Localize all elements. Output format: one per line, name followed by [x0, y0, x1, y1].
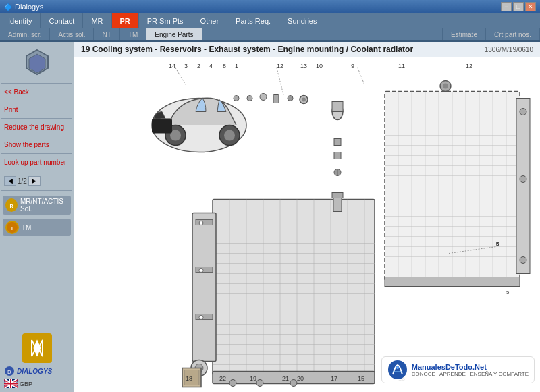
svg-text:18: 18 [186, 375, 192, 382]
svg-text:10: 10 [316, 63, 323, 69]
svg-point-84 [230, 380, 236, 387]
title-bar: 🔷 Dialogys − □ ✕ [0, 0, 540, 13]
drawing-title: 19 Cooling system - Reservoirs - Exhaust… [81, 45, 413, 54]
tab2-nt[interactable]: NT [94, 28, 119, 40]
drawing-area: 19 Cooling system - Reservoirs - Exhaust… [74, 42, 540, 392]
separator6 [1, 171, 72, 171]
tab-contact[interactable]: Contact [40, 13, 83, 28]
module-tm-label: TM [22, 224, 31, 231]
app-icon: 🔷 [4, 3, 12, 11]
svg-text:17: 17 [331, 375, 338, 382]
svg-text:21: 21 [282, 375, 289, 382]
svg-text:21: 21 [230, 387, 236, 389]
maximize-button[interactable]: □ [513, 2, 524, 11]
svg-rect-44 [213, 200, 375, 375]
separator1 [1, 83, 72, 84]
svg-point-75 [199, 269, 203, 273]
watermark-tagline: CONOCE · APRENDE · ENSEÑA Y COMPARTE [412, 371, 529, 377]
module-mr-actis[interactable]: R MR/NT/ACTIS Sol. [3, 196, 71, 215]
minimize-button[interactable]: − [501, 2, 512, 11]
technical-drawing: 14 3 2 4 8 1 12 13 10 9 11 12 [74, 57, 540, 389]
module-mr-label: MR/NT/ACTIS Sol. [20, 198, 68, 213]
svg-text:5: 5 [496, 241, 500, 247]
lookup-part-link[interactable]: Look up part number [1, 157, 72, 167]
tab2-admin[interactable]: Admin. scr. [0, 28, 50, 40]
svg-rect-130 [334, 139, 341, 146]
svg-rect-139 [273, 95, 279, 103]
tab2-estimate[interactable]: Estimate [443, 28, 486, 40]
svg-point-142 [302, 98, 306, 102]
reduce-drawing-link[interactable]: Reduce the drawing [1, 122, 72, 132]
svg-text:D: D [7, 369, 11, 375]
svg-point-121 [520, 109, 526, 115]
svg-text:9: 9 [351, 63, 354, 69]
tab-identity[interactable]: Identity [0, 13, 40, 28]
svg-point-40 [224, 130, 235, 141]
separator5 [1, 153, 72, 154]
svg-point-136 [234, 96, 239, 101]
svg-point-137 [247, 96, 252, 101]
svg-rect-43 [152, 119, 172, 134]
show-parts-link[interactable]: Show the parts [1, 140, 72, 150]
svg-rect-129 [332, 102, 343, 112]
title-bar-left: 🔷 Dialogys [4, 3, 43, 11]
svg-rect-22 [4, 383, 18, 385]
close-button[interactable]: ✕ [525, 2, 536, 11]
tab-pr[interactable]: PR [112, 13, 139, 28]
drawing-ref: 1306/M/19/0610 [485, 46, 533, 53]
svg-point-123 [520, 257, 526, 264]
svg-point-157 [396, 366, 399, 369]
module-mr-icon: R [5, 198, 18, 212]
tab2-empty [202, 28, 443, 40]
module-tm-icon: T [5, 221, 19, 234]
main-content: << Back Print Reduce the drawing Show th… [0, 42, 540, 392]
svg-text:20: 20 [297, 375, 304, 382]
page-current: 1/2 [18, 177, 27, 185]
print-link[interactable]: Print [1, 105, 72, 115]
module-tm[interactable]: T TM [3, 219, 71, 236]
page-prev-button[interactable]: ◀ [4, 176, 16, 186]
tab2-tm[interactable]: TM [120, 28, 146, 40]
page-nav: ◀ 1/2 ▶ [1, 175, 72, 187]
tab-mr[interactable]: MR [83, 13, 111, 28]
page-next-button[interactable]: ▶ [28, 176, 40, 186]
main-radiator: 19 18 21 20 17 15 16 [176, 196, 375, 389]
svg-text:4: 4 [209, 63, 213, 69]
svg-text:15: 15 [358, 375, 364, 382]
svg-text:14: 14 [169, 63, 176, 69]
separator4 [1, 136, 72, 136]
svg-point-138 [260, 94, 267, 101]
dialogys-logo: D DIALOGYS [1, 364, 72, 378]
svg-point-85 [256, 380, 263, 387]
svg-rect-135 [333, 198, 342, 212]
footer-flag: GBP [1, 378, 72, 389]
tab-row1: Identity Contact MR PR PR Sm Pts Other P… [0, 13, 540, 28]
svg-text:19: 19 [250, 375, 256, 382]
svg-text:12: 12 [277, 63, 284, 69]
separator3 [1, 118, 72, 119]
tab-pr-sm-pts[interactable]: PR Sm Pts [139, 13, 192, 28]
svg-text:15: 15 [321, 387, 327, 389]
drawing-header: 19 Cooling system - Reservoirs - Exhaust… [74, 42, 540, 57]
window-title: Dialogys [15, 3, 43, 11]
back-link[interactable]: << Back [1, 87, 72, 97]
svg-text:1: 1 [235, 63, 238, 69]
tab-other[interactable]: Other [192, 13, 228, 28]
renault-logo [22, 333, 52, 363]
svg-text:17: 17 [289, 387, 295, 389]
tab-parts-req[interactable]: Parts Req. [227, 13, 279, 28]
svg-point-156 [388, 360, 407, 379]
svg-rect-131 [334, 152, 341, 159]
tab2-crt-part[interactable]: Crt part nos. [486, 28, 540, 40]
svg-text:16: 16 [341, 387, 347, 389]
separator7 [1, 190, 72, 191]
tab2-engine-parts[interactable]: Engine Parts [146, 28, 202, 40]
tab-row2: Admin. scr. Actis sol. NT TM Engine Part… [0, 28, 540, 42]
svg-point-76 [199, 316, 203, 320]
watermark-site: ManualesDeTodo.Net [412, 363, 529, 371]
tab2-actis[interactable]: Actis sol. [50, 28, 94, 40]
watermark: ManualesDeTodo.Net CONOCE · APRENDE · EN… [381, 356, 535, 383]
tab-sundries[interactable]: Sundries [279, 13, 325, 28]
svg-text:2: 2 [197, 63, 200, 69]
sidebar-bottom: D DIALOGYS GBP [1, 329, 72, 389]
